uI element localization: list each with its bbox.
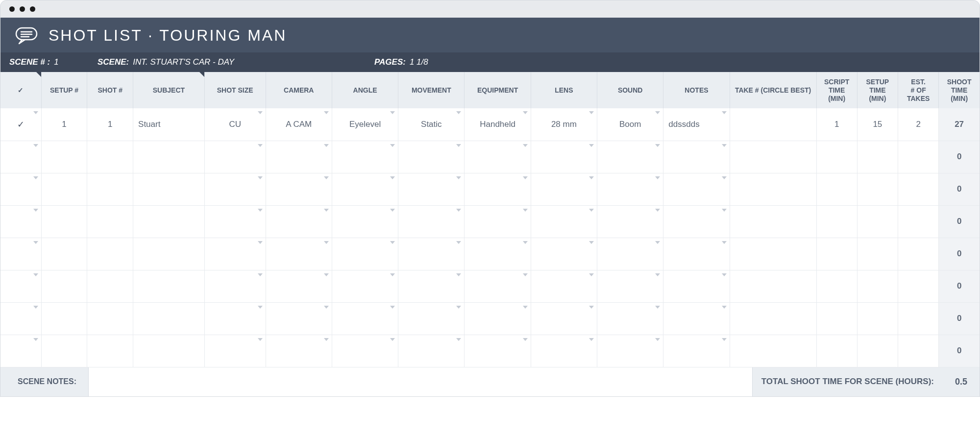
dropdown-arrow-icon[interactable] bbox=[655, 241, 660, 244]
cell-lens[interactable] bbox=[531, 238, 597, 270]
dropdown-arrow-icon[interactable] bbox=[655, 176, 660, 179]
cell-camera[interactable] bbox=[266, 141, 332, 173]
cell-shot[interactable] bbox=[87, 302, 133, 335]
dropdown-arrow-icon[interactable] bbox=[523, 306, 528, 309]
dropdown-arrow-icon[interactable] bbox=[33, 176, 38, 179]
cell-equipment[interactable] bbox=[465, 141, 531, 173]
dropdown-arrow-icon[interactable] bbox=[33, 241, 38, 244]
dropdown-arrow-icon[interactable] bbox=[258, 209, 263, 212]
cell-check[interactable] bbox=[0, 270, 41, 302]
dropdown-arrow-icon[interactable] bbox=[324, 209, 329, 212]
cell-take[interactable] bbox=[730, 205, 816, 238]
cell-angle[interactable] bbox=[332, 302, 398, 335]
cell-size[interactable] bbox=[204, 270, 266, 302]
dropdown-arrow-icon[interactable] bbox=[390, 144, 395, 147]
cell-movement[interactable] bbox=[398, 141, 465, 173]
cell-notes[interactable]: ddssdds bbox=[663, 108, 730, 141]
dropdown-arrow-icon[interactable] bbox=[390, 209, 395, 212]
cell-est[interactable] bbox=[898, 173, 939, 205]
cell-sound[interactable]: Boom bbox=[597, 108, 663, 141]
dropdown-arrow-icon[interactable] bbox=[258, 111, 263, 114]
cell-take[interactable] bbox=[730, 238, 816, 270]
cell-check[interactable] bbox=[0, 302, 41, 335]
window-dot[interactable] bbox=[30, 6, 35, 12]
cell-setup_time[interactable] bbox=[857, 270, 898, 302]
dropdown-arrow-icon[interactable] bbox=[258, 338, 263, 341]
cell-subject[interactable] bbox=[133, 335, 205, 367]
dropdown-arrow-icon[interactable] bbox=[258, 273, 263, 276]
cell-shot[interactable] bbox=[87, 335, 133, 367]
dropdown-arrow-icon[interactable] bbox=[324, 111, 329, 114]
cell-setup[interactable] bbox=[41, 238, 87, 270]
cell-notes[interactable] bbox=[663, 205, 730, 238]
cell-size[interactable]: CU bbox=[204, 108, 266, 141]
dropdown-arrow-icon[interactable] bbox=[258, 176, 263, 179]
dropdown-arrow-icon[interactable] bbox=[523, 273, 528, 276]
dropdown-arrow-icon[interactable] bbox=[258, 144, 263, 147]
dropdown-arrow-icon[interactable] bbox=[589, 306, 594, 309]
cell-camera[interactable] bbox=[266, 302, 332, 335]
dropdown-arrow-icon[interactable] bbox=[456, 176, 461, 179]
cell-setup[interactable] bbox=[41, 205, 87, 238]
window-dot[interactable] bbox=[9, 6, 15, 12]
cell-setup_time[interactable]: 15 bbox=[857, 108, 898, 141]
dropdown-arrow-icon[interactable] bbox=[456, 111, 461, 114]
cell-movement[interactable]: Static bbox=[398, 108, 465, 141]
cell-movement[interactable] bbox=[398, 335, 465, 367]
cell-check[interactable] bbox=[0, 141, 41, 173]
dropdown-arrow-icon[interactable] bbox=[324, 176, 329, 179]
dropdown-arrow-icon[interactable] bbox=[33, 144, 38, 147]
cell-take[interactable] bbox=[730, 270, 816, 302]
cell-setup[interactable] bbox=[41, 173, 87, 205]
cell-lens[interactable]: 28 mm bbox=[531, 108, 597, 141]
dropdown-arrow-icon[interactable] bbox=[655, 144, 660, 147]
cell-check[interactable]: ✓ bbox=[0, 108, 41, 141]
dropdown-arrow-icon[interactable] bbox=[33, 209, 38, 212]
dropdown-arrow-icon[interactable] bbox=[523, 144, 528, 147]
cell-lens[interactable] bbox=[531, 173, 597, 205]
cell-equipment[interactable] bbox=[465, 270, 531, 302]
cell-sound[interactable] bbox=[597, 238, 663, 270]
cell-equipment[interactable] bbox=[465, 335, 531, 367]
dropdown-arrow-icon[interactable] bbox=[523, 176, 528, 179]
cell-sound[interactable] bbox=[597, 335, 663, 367]
dropdown-arrow-icon[interactable] bbox=[390, 111, 395, 114]
cell-angle[interactable] bbox=[332, 270, 398, 302]
dropdown-arrow-icon[interactable] bbox=[456, 241, 461, 244]
dropdown-arrow-icon[interactable] bbox=[655, 209, 660, 212]
dropdown-arrow-icon[interactable] bbox=[523, 338, 528, 341]
cell-shoot[interactable]: 0 bbox=[939, 270, 980, 302]
dropdown-arrow-icon[interactable] bbox=[523, 111, 528, 114]
dropdown-arrow-icon[interactable] bbox=[456, 273, 461, 276]
cell-est[interactable] bbox=[898, 302, 939, 335]
dropdown-arrow-icon[interactable] bbox=[390, 176, 395, 179]
cell-shot[interactable] bbox=[87, 173, 133, 205]
cell-camera[interactable] bbox=[266, 205, 332, 238]
cell-angle[interactable] bbox=[332, 238, 398, 270]
scene-notes-input[interactable] bbox=[88, 367, 753, 396]
cell-script[interactable]: 1 bbox=[816, 108, 857, 141]
cell-setup_time[interactable] bbox=[857, 335, 898, 367]
cell-est[interactable] bbox=[898, 270, 939, 302]
dropdown-arrow-icon[interactable] bbox=[258, 241, 263, 244]
cell-lens[interactable] bbox=[531, 270, 597, 302]
dropdown-arrow-icon[interactable] bbox=[655, 306, 660, 309]
cell-sound[interactable] bbox=[597, 141, 663, 173]
cell-take[interactable] bbox=[730, 141, 816, 173]
cell-size[interactable] bbox=[204, 141, 266, 173]
cell-check[interactable] bbox=[0, 335, 41, 367]
cell-subject[interactable] bbox=[133, 205, 205, 238]
dropdown-arrow-icon[interactable] bbox=[456, 209, 461, 212]
cell-setup_time[interactable] bbox=[857, 173, 898, 205]
scene-value[interactable]: INT. STUART'S CAR - DAY bbox=[133, 57, 234, 67]
cell-notes[interactable] bbox=[663, 302, 730, 335]
dropdown-arrow-icon[interactable] bbox=[523, 241, 528, 244]
dropdown-arrow-icon[interactable] bbox=[722, 338, 727, 341]
cell-shot[interactable] bbox=[87, 205, 133, 238]
cell-take[interactable] bbox=[730, 302, 816, 335]
dropdown-arrow-icon[interactable] bbox=[655, 338, 660, 341]
dropdown-arrow-icon[interactable] bbox=[33, 306, 38, 309]
cell-equipment[interactable] bbox=[465, 205, 531, 238]
cell-shoot[interactable]: 0 bbox=[939, 205, 980, 238]
cell-lens[interactable] bbox=[531, 335, 597, 367]
